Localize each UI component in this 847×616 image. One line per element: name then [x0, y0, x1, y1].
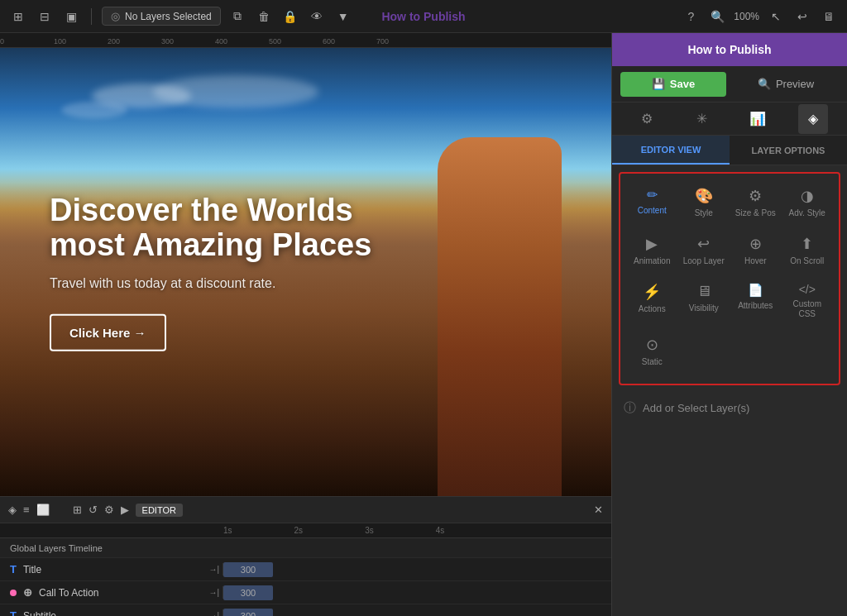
- save-label: Save: [670, 78, 695, 90]
- no-layers-icon: ◎: [111, 10, 120, 22]
- tl-track-subtitle: 300: [223, 604, 611, 616]
- toolbar-right: ? 🔍 100% ↖ ↩ 🖥: [681, 7, 839, 26]
- dot-cta: [10, 590, 17, 596]
- animation-icon: ▶: [646, 235, 658, 253]
- panel-actions: 💾 Save 🔍 Preview: [612, 66, 847, 103]
- custom-css-icon: </>: [799, 283, 816, 296]
- tl-arrow-subtitle: →|: [208, 611, 219, 616]
- tl-layers-icon[interactable]: ◈: [8, 504, 17, 516]
- table-row: T Title →| 300: [0, 558, 611, 581]
- right-panel: How to Publish 💾 Save 🔍 Preview ⚙ ✳ 📊 ◈ …: [611, 33, 847, 616]
- save-icon: 💾: [652, 78, 665, 90]
- tl-play-icon[interactable]: ▶: [121, 504, 129, 516]
- delete-icon[interactable]: 🗑: [254, 7, 274, 26]
- timeline-ruler: 1s 2s 3s 4s: [0, 523, 611, 538]
- view-tabs: EDITOR VIEW LAYER OPTIONS: [612, 136, 847, 165]
- actions-icon: ⚡: [643, 283, 661, 301]
- top-toolbar: ⊞ ⊟ ▣ ◎ No Layers Selected ⧉ 🗑 🔒 👁 ▼ ? 🔍…: [0, 0, 847, 33]
- global-layers-label: Global Layers Timeline: [10, 543, 103, 553]
- visibility-label: Visibility: [689, 303, 719, 313]
- table-row: T Subtitle →| 300: [0, 604, 611, 616]
- ruler-mark-100: 100: [54, 37, 66, 45]
- option-static[interactable]: ⊙ Static: [627, 329, 677, 374]
- lock-icon[interactable]: 🔒: [280, 7, 300, 26]
- option-visibility[interactable]: 🖥 Visibility: [679, 276, 730, 326]
- search-icon[interactable]: 🔍: [707, 7, 727, 26]
- canvas[interactable]: Discover the Worldsmost Amazing Places T…: [0, 48, 611, 496]
- on-scroll-label: On Scroll: [790, 256, 824, 266]
- visibility-opt-icon: 🖥: [696, 283, 711, 300]
- expand-icon[interactable]: ▼: [333, 7, 353, 26]
- static-icon: ⊙: [646, 336, 658, 354]
- panel-tab-chart[interactable]: 📊: [743, 104, 773, 134]
- timeline: ◈ ≡ ⬜ ⊞ ↺ ⚙ ▶ EDITOR ✕ 1s 2s 3s 4s Globa…: [0, 496, 611, 616]
- option-size-pos[interactable]: ⚙ Size & Pos: [730, 180, 781, 225]
- hover-icon: ⊕: [749, 235, 762, 253]
- grid-icon[interactable]: ⊟: [35, 7, 55, 26]
- undo-icon[interactable]: ↩: [792, 7, 812, 26]
- option-custom-css[interactable]: </> Custom CSS: [782, 276, 833, 326]
- editor-button[interactable]: EDITOR: [136, 504, 183, 517]
- tab-editor-view[interactable]: EDITOR VIEW: [612, 136, 730, 165]
- panel-tab-layers[interactable]: ◈: [798, 104, 828, 134]
- option-adv-style[interactable]: ◑ Adv. Style: [782, 180, 833, 225]
- options-row-1: ✏ Content 🎨 Style ⚙ Size & Pos ◑ Adv. St…: [627, 180, 832, 225]
- tl-folder-icon[interactable]: ⬜: [36, 504, 50, 516]
- tl-list-icon[interactable]: ≡: [23, 504, 30, 516]
- option-on-scroll[interactable]: ⬆ On Scroll: [782, 228, 833, 273]
- canvas-content: Discover the Worldsmost Amazing Places T…: [50, 193, 371, 351]
- no-layers-label: No Layers Selected: [125, 11, 212, 22]
- ruler-mark-200: 200: [108, 37, 120, 45]
- pointer-icon[interactable]: ↖: [766, 7, 786, 26]
- tl-arrow-title: →|: [208, 565, 219, 574]
- layout-icon[interactable]: ▣: [61, 7, 81, 26]
- timeline-content: T Title →| 300 ⊕ Call To Action →|: [0, 558, 611, 616]
- click-here-button[interactable]: Click Here →: [50, 313, 166, 351]
- tl-label-cta: ⊕ Call To Action →|: [0, 586, 223, 599]
- size-pos-label: Size & Pos: [735, 208, 776, 218]
- tl-grid-icon[interactable]: ⊞: [73, 504, 82, 516]
- time-mark-2s: 2s: [294, 526, 304, 535]
- option-animation[interactable]: ▶ Animation: [627, 228, 677, 273]
- option-style[interactable]: 🎨 Style: [679, 180, 730, 225]
- device-icon[interactable]: 🖥: [819, 7, 839, 26]
- animation-label: Animation: [634, 256, 670, 266]
- tl-settings-icon[interactable]: ⚙: [104, 504, 114, 516]
- tl-track-title: 300: [223, 558, 611, 580]
- save-button[interactable]: 💾 Save: [620, 72, 726, 97]
- copy-icon[interactable]: ⧉: [227, 7, 247, 26]
- option-content[interactable]: ✏ Content: [627, 180, 677, 225]
- layer-type-title: T: [10, 563, 17, 575]
- visibility-icon[interactable]: 👁: [307, 7, 327, 26]
- loop-layer-icon: ↩: [697, 235, 710, 253]
- option-attributes[interactable]: 📄 Attributes: [730, 276, 781, 326]
- help-icon[interactable]: ?: [681, 7, 701, 26]
- preview-button[interactable]: 🔍 Preview: [733, 72, 839, 97]
- layer-options-grid: ✏ Content 🎨 Style ⚙ Size & Pos ◑ Adv. St…: [619, 172, 840, 385]
- tl-close-icon[interactable]: ✕: [594, 504, 603, 516]
- style-label: Style: [695, 208, 713, 218]
- option-hover[interactable]: ⊕ Hover: [730, 228, 781, 273]
- panel-tab-asterisk[interactable]: ✳: [687, 104, 717, 134]
- sep1: [91, 8, 92, 25]
- panel-tab-settings[interactable]: ⚙: [632, 104, 662, 134]
- on-scroll-icon: ⬆: [801, 235, 813, 253]
- tl-refresh-icon[interactable]: ↺: [89, 504, 98, 516]
- zoom-label: 100%: [734, 11, 759, 22]
- tl-label-subtitle: T Subtitle →|: [0, 609, 223, 616]
- tl-bar-subtitle: 300: [223, 609, 273, 617]
- time-mark-4s: 4s: [436, 526, 445, 535]
- option-loop-layer[interactable]: ↩ Loop Layer: [679, 228, 730, 273]
- attributes-icon: 📄: [748, 283, 763, 298]
- option-actions[interactable]: ⚡ Actions: [627, 276, 677, 326]
- info-text: Add or Select Layer(s): [643, 402, 749, 414]
- style-icon: 🎨: [695, 187, 713, 205]
- layers-icon[interactable]: ⊞: [8, 7, 28, 26]
- canvas-subtitle: Travel with us today at a discount rate.: [50, 275, 371, 290]
- attributes-label: Attributes: [738, 301, 773, 311]
- loop-layer-label: Loop Layer: [683, 256, 725, 266]
- main-area: 0 100 200 300 400 500 600 700 Discover: [0, 33, 847, 616]
- canvas-area: 0 100 200 300 400 500 600 700 Discover: [0, 33, 611, 616]
- tab-layer-options[interactable]: LAYER OPTIONS: [730, 136, 847, 165]
- hover-label: Hover: [744, 256, 767, 266]
